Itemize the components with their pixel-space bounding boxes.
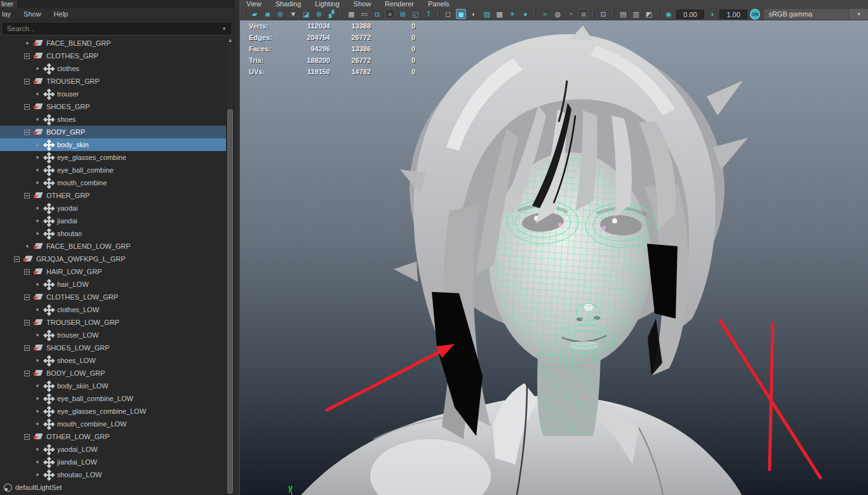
expander-icon[interactable] <box>24 320 30 326</box>
outliner-item-trouser_LOW[interactable]: trouser_LOW <box>0 329 226 341</box>
outliner-item-OTHER_LOW_GRP[interactable]: OTHER_LOW_GRP <box>0 430 226 443</box>
overlap-squares-icon[interactable]: ▣ <box>578 9 589 19</box>
xray-joints-icon[interactable]: ▥ <box>631 9 641 19</box>
occlusion-icon[interactable]: ≈ <box>540 9 550 19</box>
outliner-item-body_skin_LOW[interactable]: body_skin_LOW <box>0 380 226 392</box>
bookmark-icon[interactable]: ▼ <box>288 9 298 19</box>
viewport-menu-lighting[interactable]: Lighting <box>315 0 340 8</box>
outliner-item-clothes[interactable]: clothes <box>0 62 226 75</box>
outliner-item-GRJQJA_QWFKPG_L_GRP[interactable]: GRJQJA_QWFKPG_L_GRP <box>0 253 226 265</box>
viewport-menu-show[interactable]: Show <box>354 0 371 8</box>
film-gate-icon[interactable]: ▭ <box>359 9 370 19</box>
outliner-menu-help[interactable]: Help <box>54 10 69 18</box>
expander-icon[interactable] <box>14 256 20 262</box>
outliner-item-BODY_GRP[interactable]: BODY_GRP <box>0 126 226 138</box>
textured-icon[interactable]: ▨ <box>482 9 492 19</box>
viewport-menu-renderer[interactable]: Renderer <box>385 0 414 8</box>
viewport-menu-shading[interactable]: Shading <box>276 0 301 8</box>
outliner-item-CLOTHES_GRP[interactable]: CLOTHES_GRP <box>0 50 226 62</box>
outliner-panel-tab[interactable]: liner <box>0 0 18 8</box>
transparency-icon[interactable]: ▩ <box>495 9 505 19</box>
safe-title-icon[interactable]: T <box>424 9 434 19</box>
view-transform-select[interactable]: sRGB gamma▼ <box>764 9 868 20</box>
expander-icon[interactable] <box>24 434 30 440</box>
outliner-item-jiandai[interactable]: jiandai <box>0 214 226 227</box>
outliner-item-FACE_BLEND_GRP[interactable]: FACE_BLEND_GRP <box>0 37 226 50</box>
camera-attributes-icon[interactable]: ⊛ <box>275 9 285 19</box>
outliner-item-TROUSER_GRP[interactable]: TROUSER_GRP <box>0 75 226 88</box>
outliner-item-mouth_combine_LOW[interactable]: mouth_combine_LOW <box>0 418 226 430</box>
outliner-item-CLOTHES_LOW_GRP[interactable]: CLOTHES_LOW_GRP <box>0 291 226 303</box>
expander-icon[interactable] <box>24 53 30 59</box>
motion-blur-icon[interactable]: ◍ <box>552 9 563 19</box>
shadows-icon[interactable]: ● <box>520 9 530 19</box>
outliner-scrollbar[interactable]: ▲ <box>226 37 234 495</box>
outliner-item-FACE_BLEND_LOW_GRP[interactable]: FACE_BLEND_LOW_GRP <box>0 240 226 253</box>
field-chart-icon[interactable]: ⊞ <box>397 9 408 19</box>
xray-icon[interactable]: ▤ <box>618 9 628 19</box>
outliner-item-shoes[interactable]: shoes <box>0 113 226 126</box>
outliner-item-yaodai[interactable]: yaodai <box>0 202 226 214</box>
outliner-item-trouser[interactable]: trouser <box>0 88 226 100</box>
outliner-item-eye_ball_combine[interactable]: eye_ball_combine <box>0 164 226 176</box>
material-icon[interactable]: ◐ <box>469 9 479 19</box>
outliner-item-eye_ball_combine_LOW[interactable]: eye_ball_combine_LOW <box>0 392 226 405</box>
outliner-menu-show[interactable]: Show <box>23 10 41 18</box>
gate-mask-icon[interactable]: ● <box>385 9 395 19</box>
outliner-menu-lay[interactable]: lay <box>2 10 11 18</box>
expander-icon[interactable] <box>24 104 30 110</box>
outliner-item-SHOES_LOW_GRP[interactable]: SHOES_LOW_GRP <box>0 341 226 354</box>
pan-zoom-icon[interactable]: ⊕ <box>314 9 324 19</box>
image-plane-icon[interactable]: ◪ <box>301 9 311 19</box>
outliner-item-eye_glasses_combine[interactable]: eye_glasses_combine <box>0 151 226 164</box>
outliner-item-SHOES_GRP[interactable]: SHOES_GRP <box>0 100 226 113</box>
outliner-item-TROUSER_LOW_GRP[interactable]: TROUSER_LOW_GRP <box>0 316 226 329</box>
expander-icon[interactable] <box>24 345 30 351</box>
viewport-menu-view[interactable]: View <box>246 0 262 8</box>
dropdown-arrow-icon[interactable]: ▼ <box>849 9 868 20</box>
outliner-item-defaultLightSet[interactable]: defaultLightSet <box>0 481 226 494</box>
outliner-item-shoes_LOW[interactable]: shoes_LOW <box>0 354 226 367</box>
exposure-field[interactable]: 0.00 <box>676 10 704 19</box>
scrollbar-thumb[interactable] <box>227 109 233 494</box>
color-management-toggle[interactable]: ON <box>750 9 760 20</box>
outliner-item-hair_LOW[interactable]: hair_LOW <box>0 278 226 291</box>
scroll-up-arrow-icon[interactable]: ▲ <box>227 37 234 44</box>
outliner-item-body_skin[interactable]: body_skin <box>0 138 226 151</box>
shaded-icon[interactable]: ◼ <box>456 9 466 19</box>
outliner-item-mouth_combine[interactable]: mouth_combine <box>0 176 226 189</box>
isolate-select-icon[interactable]: ⊡ <box>598 9 608 19</box>
search-filter-arrow-icon[interactable]: ▼ <box>222 26 227 32</box>
outliner-item-shoutao[interactable]: shoutao <box>0 227 226 240</box>
gamma-field[interactable]: 1.00 <box>719 10 747 19</box>
grid-icon[interactable]: ▦ <box>346 9 356 19</box>
expander-icon[interactable] <box>24 79 30 84</box>
expander-icon[interactable] <box>24 269 30 275</box>
safe-action-icon[interactable]: ◱ <box>410 9 420 19</box>
grease-pencil-icon[interactable]: ▞ <box>326 9 337 19</box>
lock-camera-icon[interactable]: ◙ <box>262 9 272 19</box>
outliner-item-BODY_LOW_GRP[interactable]: BODY_LOW_GRP <box>0 367 226 380</box>
expander-icon[interactable] <box>24 294 30 300</box>
outliner-item-shoutao_LOW[interactable]: shoutao_LOW <box>0 468 226 481</box>
swirl-icon[interactable]: ◔ <box>566 9 576 19</box>
search-input[interactable]: Search... ▼ <box>3 23 231 34</box>
viewport-menu-panels[interactable]: Panels <box>428 0 450 8</box>
outliner-item-HAIR_LOW_GRP[interactable]: HAIR_LOW_GRP <box>0 265 226 278</box>
eyedropper-icon[interactable]: ◩ <box>644 9 654 19</box>
expander-icon[interactable] <box>24 371 30 376</box>
outliner-item-eye_glasses_combine_LOW[interactable]: eye_glasses_combine_LOW <box>0 405 226 418</box>
viewport-canvas[interactable]: Verts:112034133880Edges:204754267720Face… <box>240 20 868 495</box>
outliner-item-jiandai_LOW[interactable]: jiandai_LOW <box>0 456 226 468</box>
expander-icon[interactable] <box>24 193 30 199</box>
exposure-icon[interactable]: ◉ <box>664 9 674 19</box>
contrast-icon[interactable]: ◑ <box>707 9 717 19</box>
wireframe-icon[interactable]: ◻ <box>443 9 453 19</box>
select-camera-icon[interactable]: ▰ <box>250 9 260 19</box>
expander-icon[interactable] <box>24 129 30 135</box>
outliner-item-clothes_LOW[interactable]: clothes_LOW <box>0 303 226 316</box>
lights-icon[interactable]: ☀ <box>507 9 517 19</box>
panel-divider[interactable] <box>234 0 240 495</box>
resolution-gate-icon[interactable]: ◘ <box>372 9 382 19</box>
outliner-item-OTHER_GRP[interactable]: OTHER_GRP <box>0 189 226 202</box>
